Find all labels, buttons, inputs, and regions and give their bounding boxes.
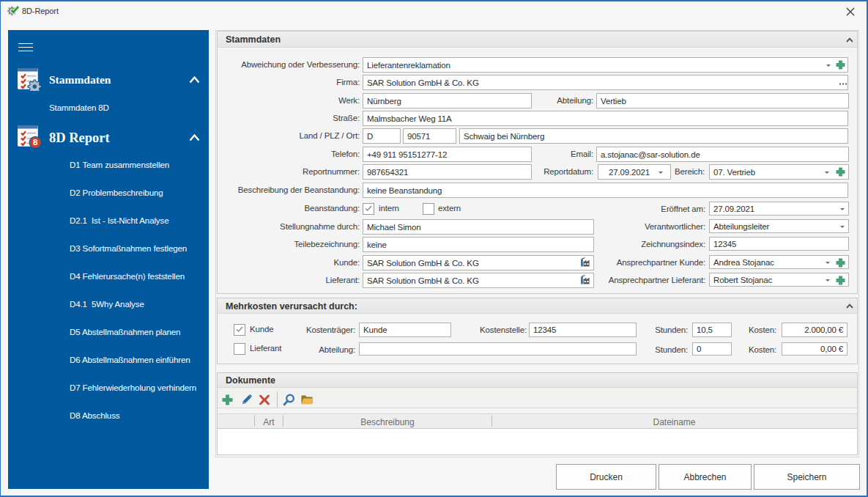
svg-text:8: 8 (33, 138, 38, 147)
